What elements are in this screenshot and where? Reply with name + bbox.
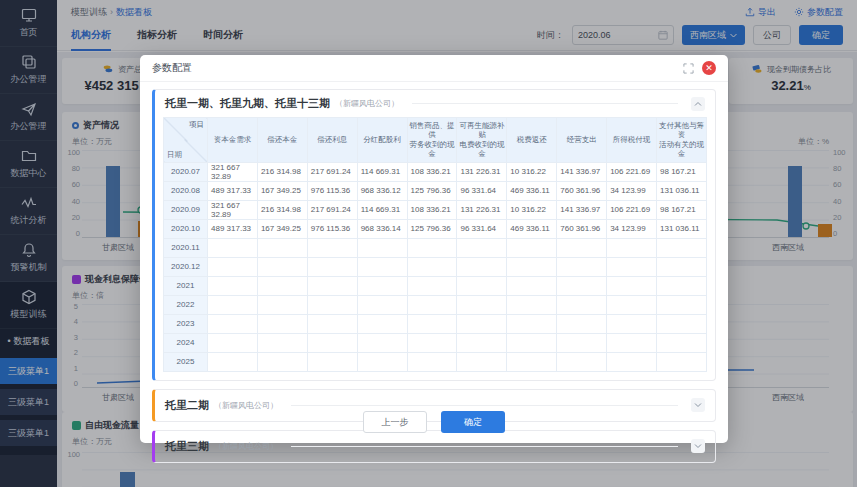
table-row: 2020.09321 667 32.89216 314.98217 691.24… [164, 200, 707, 219]
value-cell [607, 276, 657, 295]
value-cell [657, 276, 707, 295]
value-cell [357, 295, 407, 314]
date-cell: 2020.08 [164, 181, 208, 200]
value-cell [557, 333, 607, 352]
value-cell: 108 336.21 [407, 200, 457, 219]
value-cell: 469 336.11 [507, 219, 557, 238]
value-cell [257, 295, 307, 314]
value-cell: 131 036.11 [657, 219, 707, 238]
value-cell: 760 361.96 [557, 219, 607, 238]
previous-step-button[interactable]: 上一步 [363, 411, 427, 433]
value-cell [457, 314, 507, 333]
chevron-down-icon [694, 401, 702, 409]
value-cell [607, 295, 657, 314]
dialog-footer: 上一步 确定 [140, 411, 728, 433]
value-cell [657, 238, 707, 257]
value-cell [208, 238, 258, 257]
param-table: 项目日期资本金需求偿还本金偿还利息分红配股利销售商品、提供 劳务收到的现金可再生… [163, 117, 707, 372]
value-cell [457, 295, 507, 314]
table-row: 2020.10489 317.33167 349.25976 115.36968… [164, 219, 707, 238]
value-cell: 216 314.98 [257, 200, 307, 219]
section-header[interactable]: 托里一期、托里九期、托里十三期 （新疆风电公司） [155, 90, 715, 115]
value-cell [407, 257, 457, 276]
value-cell [307, 352, 357, 371]
table-column-header: 经营支出 [557, 118, 607, 163]
expand-button[interactable] [691, 439, 705, 453]
value-cell [307, 238, 357, 257]
value-cell [208, 257, 258, 276]
table-column-header: 偿还本金 [257, 118, 307, 163]
value-cell [507, 238, 557, 257]
value-cell [407, 276, 457, 295]
value-cell [557, 314, 607, 333]
value-cell [607, 314, 657, 333]
value-cell [457, 352, 507, 371]
collapse-button[interactable] [691, 97, 705, 111]
value-cell [307, 257, 357, 276]
value-cell [607, 333, 657, 352]
table-column-header: 税费返还 [507, 118, 557, 163]
value-cell [407, 295, 457, 314]
value-cell [557, 295, 607, 314]
value-cell [208, 333, 258, 352]
value-cell: 976 115.36 [307, 181, 357, 200]
value-cell: 968 336.12 [357, 181, 407, 200]
value-cell: 125 796.36 [407, 219, 457, 238]
value-cell: 321 667 32.89 [208, 200, 258, 219]
value-cell [407, 352, 457, 371]
value-cell: 489 317.33 [208, 219, 258, 238]
value-cell: 976 115.36 [307, 219, 357, 238]
value-cell [307, 314, 357, 333]
section-header[interactable]: 托里三期 （新疆风电公司） [155, 431, 715, 462]
date-cell: 2020.07 [164, 162, 208, 181]
expand-button[interactable] [691, 398, 705, 412]
value-cell [457, 238, 507, 257]
app-window: 首页办公管理办公管理数据中心统计分析预警机制模型训练 • 数据看板 三级菜单1三… [0, 0, 857, 487]
divider [291, 446, 678, 447]
table-column-header: 所得税付现 [607, 118, 657, 163]
value-cell [507, 295, 557, 314]
value-cell: 131 226.31 [457, 200, 507, 219]
value-cell: 34 123.99 [607, 219, 657, 238]
param-table-wrap: 项目日期资本金需求偿还本金偿还利息分红配股利销售商品、提供 劳务收到的现金可再生… [155, 115, 715, 380]
value-cell: 106 221.69 [607, 162, 657, 181]
value-cell: 968 336.14 [357, 219, 407, 238]
value-cell: 131 226.31 [457, 162, 507, 181]
divider [412, 103, 678, 104]
maximize-icon[interactable] [683, 63, 694, 74]
value-cell [307, 295, 357, 314]
date-cell: 2022 [164, 295, 208, 314]
value-cell: 489 317.33 [208, 181, 258, 200]
value-cell: 98 167.21 [657, 200, 707, 219]
section-tuoli-3: 托里三期 （新疆风电公司） [152, 430, 716, 463]
confirm-button[interactable]: 确定 [441, 411, 505, 433]
value-cell [557, 257, 607, 276]
value-cell [257, 257, 307, 276]
table-row: 2021 [164, 276, 707, 295]
value-cell [257, 238, 307, 257]
section-tuoli-1: 托里一期、托里九期、托里十三期 （新疆风电公司） 项目日期资本金需求偿还本金偿还… [152, 89, 716, 381]
value-cell [657, 314, 707, 333]
dialog-title: 参数配置 [152, 61, 192, 75]
value-cell: 96 331.64 [457, 219, 507, 238]
corner-label-bottom: 日期 [167, 150, 182, 159]
value-cell [607, 238, 657, 257]
date-cell: 2020.12 [164, 257, 208, 276]
table-row: 2022 [164, 295, 707, 314]
value-cell [257, 352, 307, 371]
table-row: 2020.07321 667 32.89216 314.98217 691.24… [164, 162, 707, 181]
value-cell [407, 333, 457, 352]
value-cell: 108 336.21 [407, 162, 457, 181]
close-icon[interactable]: ✕ [702, 61, 716, 75]
date-cell: 2024 [164, 333, 208, 352]
value-cell [307, 276, 357, 295]
value-cell [208, 352, 258, 371]
value-cell: 98 167.21 [657, 162, 707, 181]
value-cell [357, 333, 407, 352]
value-cell [557, 276, 607, 295]
table-column-header: 可再生能源补贴 电费收到的现金 [457, 118, 507, 163]
table-row: 2024 [164, 333, 707, 352]
value-cell [507, 276, 557, 295]
date-cell: 2021 [164, 276, 208, 295]
value-cell [257, 314, 307, 333]
